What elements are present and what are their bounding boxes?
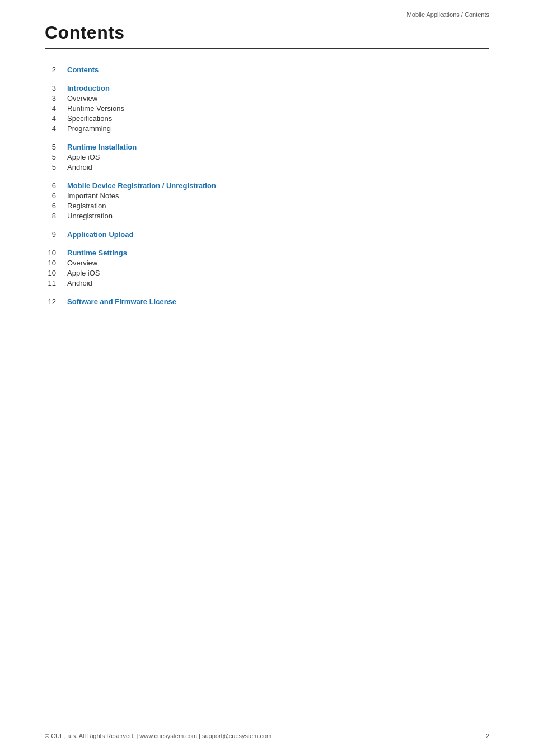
toc-sub-label: Overview [67,259,97,267]
toc-sub-label: Apple iOS [67,269,100,277]
page-container: Mobile Applications / Contents Contents … [0,0,534,756]
toc-entry[interactable]: 5Runtime Installation [45,143,489,151]
toc-sub-entry: 6Registration [45,202,489,210]
toc-section: 12Software and Firmware License [45,297,489,306]
toc-sub-label: Unregistration [67,212,113,220]
toc-entry[interactable]: 6Mobile Device Registration / Unregistra… [45,181,489,190]
toc-section: 3Introduction3Overview4Runtime Versions4… [45,84,489,133]
toc-sub-entry: 5Apple iOS [45,153,489,161]
toc-number: 2 [45,66,67,74]
toc-sub-label: Android [67,279,92,287]
toc-sub-entry: 5Android [45,163,489,171]
toc-sub-number: 4 [45,104,67,113]
toc-sub-entry: 3Overview [45,94,489,102]
toc-section: 5Runtime Installation5Apple iOS5Android [45,143,489,171]
toc-section: 2Contents [45,66,489,74]
toc-sub-label: Specifications [67,114,112,123]
toc-section: 10Runtime Settings10Overview10Apple iOS1… [45,249,489,287]
toc-sub-number: 4 [45,114,67,123]
toc-sub-entry: 8Unregistration [45,212,489,220]
toc-entry[interactable]: 9Application Upload [45,230,489,239]
toc-sub-entry: 11Android [45,279,489,287]
toc-section: 9Application Upload [45,230,489,239]
toc-sub-number: 5 [45,153,67,161]
toc-sub-entry: 4Runtime Versions [45,104,489,113]
footer-right: 2 [486,732,489,739]
breadcrumb: Mobile Applications / Contents [407,11,489,18]
toc-label[interactable]: Runtime Installation [67,143,137,151]
toc-sub-entry: 4Specifications [45,114,489,123]
footer: © CUE, a.s. All Rights Reserved. | www.c… [45,732,489,739]
toc-sub-label: Programming [67,124,111,133]
toc-sub-label: Apple iOS [67,153,100,161]
toc-label[interactable]: Contents [67,66,99,74]
toc-sub-number: 4 [45,124,67,133]
toc-number: 3 [45,84,67,92]
toc-number: 9 [45,230,67,239]
toc-number: 12 [45,297,67,306]
toc-entry[interactable]: 2Contents [45,66,489,74]
toc-section: 6Mobile Device Registration / Unregistra… [45,181,489,220]
toc-container: 2Contents3Introduction3Overview4Runtime … [45,66,489,306]
toc-sub-entry: 4Programming [45,124,489,133]
toc-sub-label: Registration [67,202,106,210]
toc-entry[interactable]: 12Software and Firmware License [45,297,489,306]
toc-sub-entry: 10Apple iOS [45,269,489,277]
toc-sub-number: 3 [45,94,67,102]
page-title: Contents [45,22,489,43]
toc-sub-label: Runtime Versions [67,104,124,113]
toc-sub-number: 8 [45,212,67,220]
toc-number: 5 [45,143,67,151]
toc-entry[interactable]: 10Runtime Settings [45,249,489,257]
toc-sub-label: Overview [67,94,97,102]
toc-sub-number: 5 [45,163,67,171]
toc-sub-number: 11 [45,279,67,287]
toc-sub-entry: 10Overview [45,259,489,267]
toc-label[interactable]: Mobile Device Registration / Unregistrat… [67,181,216,190]
toc-sub-label: Android [67,163,92,171]
toc-label[interactable]: Runtime Settings [67,249,127,257]
toc-sub-number: 10 [45,269,67,277]
footer-left: © CUE, a.s. All Rights Reserved. | www.c… [45,732,271,739]
page-title-section: Contents [45,22,489,49]
toc-sub-number: 6 [45,192,67,200]
toc-label[interactable]: Introduction [67,84,110,92]
toc-sub-label: Important Notes [67,192,119,200]
toc-sub-number: 10 [45,259,67,267]
toc-sub-number: 6 [45,202,67,210]
toc-label[interactable]: Software and Firmware License [67,297,176,306]
toc-number: 6 [45,181,67,190]
toc-entry[interactable]: 3Introduction [45,84,489,92]
toc-number: 10 [45,249,67,257]
toc-sub-entry: 6Important Notes [45,192,489,200]
toc-label[interactable]: Application Upload [67,230,133,239]
